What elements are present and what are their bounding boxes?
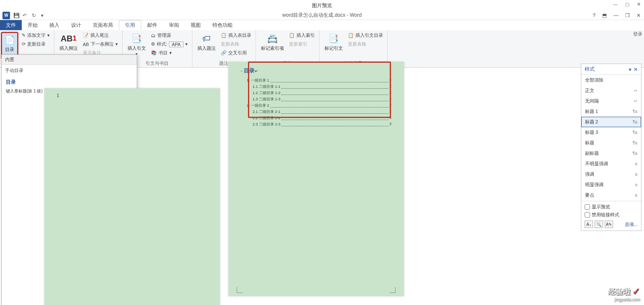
quick-access-toolbar: W 💾 ↶ ↻ ▾ <box>0 12 47 19</box>
toc-manual-title: 目录 <box>6 79 133 86</box>
tab-review[interactable]: 审阅 <box>163 20 185 30</box>
update-icon: ⟳ <box>22 41 26 47</box>
insert-index-button[interactable]: 📋插入索引 <box>288 32 316 39</box>
style-inspector-button[interactable]: 🔍 <box>595 220 603 228</box>
disable-linked-checkbox[interactable]: 禁用链接样式 <box>585 212 638 218</box>
tab-special[interactable]: 特色功能 <box>207 20 238 30</box>
tab-mailings[interactable]: 邮件 <box>141 20 163 30</box>
styles-list: 全部清除正文↵无间隔↵标题 1¶a标题 2¶a标题 3¶a标题¶a副标题¶a不明… <box>581 75 641 201</box>
add-text-button[interactable]: ✎添加文字 ▾ <box>21 32 51 39</box>
word-title-right: ? ⬒ — ❐ ✕ <box>593 13 641 18</box>
style-item[interactable]: 标题 1¶a <box>581 106 641 117</box>
word-minimize-icon[interactable]: — <box>613 13 618 18</box>
styles-close-icon[interactable]: ✕ <box>634 67 638 72</box>
insert-toa-button[interactable]: 📋插入引文目录 <box>347 32 384 39</box>
check-icon: ✓ <box>632 286 640 297</box>
next-footnote-button[interactable]: AB下一条脚注 ▾ <box>82 41 119 48</box>
undo-icon[interactable]: ↶ <box>23 13 28 18</box>
styles-dropdown-icon[interactable]: ▼ <box>628 67 632 72</box>
qat-customize-icon[interactable]: ▾ <box>41 13 47 18</box>
tab-design[interactable]: 设计 <box>65 20 87 30</box>
update-index-button[interactable]: 更新索引 <box>288 41 316 48</box>
footnote-icon: AB1 <box>63 33 74 44</box>
doc-toc-line[interactable]: 2.3 二级目录 2-33 <box>241 122 391 127</box>
toc-manual-preview[interactable]: 目录 键入章标题(第 1 级)1 键入章标题(第 2 级)3 键入章标题(第 3… <box>2 75 137 305</box>
update-toa-button[interactable]: 更新表格 <box>347 41 384 48</box>
style-icon: ⚙ <box>151 41 155 47</box>
manage-icon: 🗂 <box>151 33 156 38</box>
update-table-button[interactable]: 更新表格 <box>220 41 252 48</box>
tab-layout[interactable]: 页面布局 <box>87 20 119 30</box>
toc-manual-header: 手动目录 <box>2 65 137 75</box>
insert-tof-button[interactable]: 📋插入表目录 <box>220 32 252 39</box>
update-toc-button[interactable]: ⟳更新目录 <box>21 41 51 48</box>
style-item[interactable]: 强调a <box>581 169 641 179</box>
word-restore-icon[interactable]: ❐ <box>625 13 630 18</box>
style-item[interactable]: 全部清除 <box>581 75 641 85</box>
tab-home[interactable]: 开始 <box>22 20 43 30</box>
doc-toc-line[interactable]: 2.1 二级目录 2-12 <box>241 109 391 115</box>
style-item[interactable]: 正文↵ <box>581 85 641 96</box>
ribbon-tabs: 文件 开始 插入 设计 页面布局 引用 邮件 审阅 视图 特色功能 <box>0 20 644 30</box>
styles-pane: 样式 ▼ ✕ 全部清除正文↵无间隔↵标题 1¶a标题 2¶a标题 3¶a标题¶a… <box>581 64 641 231</box>
show-preview-checkbox[interactable]: 显示预览 <box>585 204 638 210</box>
style-item[interactable]: 标题¶a <box>581 138 641 148</box>
toc-builtin-header: 内置 <box>2 55 137 65</box>
style-item[interactable]: 要点a <box>581 190 641 200</box>
insert-index-icon: 📋 <box>289 33 295 38</box>
minimize-icon[interactable]: — <box>613 2 618 7</box>
insert-citation-button[interactable]: 📑 插入引文 ▼ <box>126 32 148 57</box>
doc-toc-line[interactable]: 1. 一级目录 12 <box>241 78 391 83</box>
crossref-icon: 🔗 <box>221 50 227 56</box>
citation-style-select[interactable]: ⚙样式: APA ▾ <box>150 41 189 48</box>
ribbon-display-icon[interactable]: ⬒ <box>602 13 607 18</box>
style-item[interactable]: 明显强调a <box>581 179 641 190</box>
insert-toa-icon: 📋 <box>348 33 354 38</box>
page-corner-br <box>390 287 396 293</box>
add-text-icon: ✎ <box>22 33 26 38</box>
document-page[interactable]: ▪ 目录↵ 1. 一级目录 121.1 二级目录 1-121.2 二级目录 1-… <box>228 62 404 296</box>
styles-header: 样式 ▼ ✕ <box>581 64 641 75</box>
style-item[interactable]: 不明显强调a <box>581 159 641 169</box>
manage-sources-button[interactable]: 🗂管理源 <box>150 32 189 39</box>
help-icon[interactable]: ? <box>593 13 595 18</box>
tab-references[interactable]: 引用 <box>119 20 141 30</box>
close-icon[interactable]: ✕ <box>637 2 641 7</box>
next-footnote-icon: AB <box>83 42 89 47</box>
style-item[interactable]: 无间隔↵ <box>581 96 641 106</box>
word-close-icon[interactable]: ✕ <box>636 13 641 18</box>
doc-toc-line[interactable]: 2.2 二级目录 2-23 <box>241 115 391 121</box>
style-item[interactable]: 副标题¶a <box>581 148 641 159</box>
cross-reference-button[interactable]: 🔗交叉引用 <box>220 49 252 56</box>
doc-toc-line[interactable]: 2. 一级目录 22 <box>241 103 391 108</box>
maximize-icon[interactable]: ▢ <box>625 2 629 7</box>
insert-caption-button[interactable]: 🏷 插入题注 <box>196 32 217 52</box>
manage-styles-button[interactable]: A✎ <box>605 220 613 228</box>
insert-endnote-button[interactable]: 📝插入尾注 <box>82 32 119 39</box>
styles-options-link[interactable]: 选项... <box>625 221 638 228</box>
watermark: 经验啦✓ jingyanla.com <box>608 286 640 302</box>
bibliography-button[interactable]: 📚书目 ▾ <box>150 49 189 56</box>
index-mark-icon: 📇 <box>266 33 278 44</box>
insert-footnote-button[interactable]: AB1 插入脚注 <box>58 32 79 52</box>
style-item[interactable]: 标题 3¶a <box>581 127 641 138</box>
mark-index-button[interactable]: 📇 标记索引项 <box>259 32 286 52</box>
doc-toc-line[interactable]: 1.2 二级目录 1-22 <box>241 90 391 96</box>
tab-file[interactable]: 文件 <box>0 20 22 30</box>
doc-toc-line[interactable]: 1.1 二级目录 1-12 <box>241 84 391 90</box>
toc-icon: 📄 <box>4 34 15 46</box>
style-item[interactable]: 标题 2¶a <box>581 117 641 127</box>
tab-view[interactable]: 视图 <box>185 20 207 30</box>
doc-toc-line[interactable]: 1.3 二级目录 1-32 <box>241 97 391 102</box>
tab-insert[interactable]: 插入 <box>43 20 65 30</box>
page-corner-bl <box>237 287 243 293</box>
save-icon[interactable]: 💾 <box>13 13 19 18</box>
toc-dropdown-menu: 内置 手动目录 目录 键入章标题(第 1 级)1 键入章标题(第 2 级)3 键… <box>1 54 137 305</box>
redo-icon[interactable]: ↻ <box>32 13 38 18</box>
document-title: word目录怎么自动生成.docx - Word <box>282 12 362 19</box>
outer-window-controls: — ▢ ✕ <box>613 2 641 7</box>
new-style-button[interactable]: A₊ <box>585 220 593 228</box>
endnote-icon: 📝 <box>83 33 89 38</box>
login-label[interactable]: 登录 <box>633 31 642 37</box>
mark-citation-button[interactable]: 📑 标记引文 <box>323 32 345 52</box>
